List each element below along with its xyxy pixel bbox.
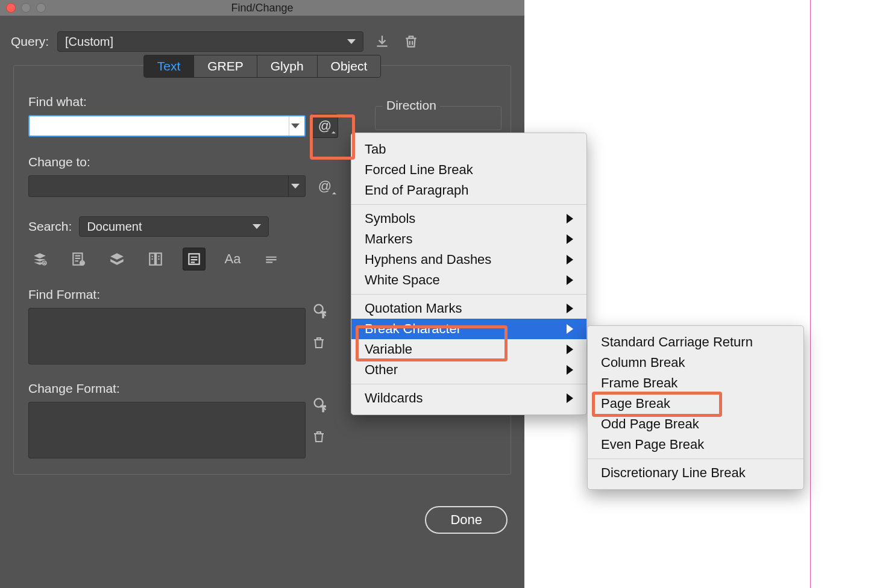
document-canvas-edge xyxy=(810,0,880,588)
query-select-value: [Custom] xyxy=(65,35,113,49)
zoom-icon[interactable] xyxy=(36,3,46,13)
submenu-item-discretionary-line-break[interactable]: Discretionary Line Break xyxy=(588,463,803,483)
submenu-item-page-break[interactable]: Page Break xyxy=(588,393,803,414)
svg-rect-4 xyxy=(81,262,83,264)
tab-text[interactable]: Text xyxy=(144,55,195,77)
menu-item-hyphens[interactable]: Hyphens and Dashes xyxy=(351,249,586,270)
mode-tabs: Text GREP Glyph Object xyxy=(28,55,496,78)
menu-item-forced-line-break[interactable]: Forced Line Break xyxy=(351,160,586,180)
whole-word-icon[interactable] xyxy=(260,248,283,271)
menu-item-symbols[interactable]: Symbols xyxy=(351,208,586,229)
menu-item-quotation-marks[interactable]: Quotation Marks xyxy=(351,298,586,319)
svg-rect-1 xyxy=(43,262,45,264)
menu-separator xyxy=(351,384,586,384)
locked-layers-icon[interactable] xyxy=(28,248,51,271)
break-character-submenu: Standard Carriage Return Column Break Fr… xyxy=(587,325,804,490)
svg-text:T: T xyxy=(321,404,325,413)
find-special-character-button[interactable]: @ xyxy=(312,114,338,138)
submenu-item-frame-break[interactable]: Frame Break xyxy=(588,373,803,393)
master-pages-icon[interactable] xyxy=(144,248,167,271)
titlebar: Find/Change xyxy=(0,0,524,16)
clear-change-format-button[interactable] xyxy=(312,430,328,446)
special-character-menu: Tab Forced Line Break End of Paragraph S… xyxy=(351,133,587,415)
menu-item-white-space[interactable]: White Space xyxy=(351,270,586,290)
clear-find-format-button[interactable] xyxy=(312,336,328,352)
menu-item-wildcards[interactable]: Wildcards xyxy=(351,388,586,408)
search-scope-select[interactable]: Document xyxy=(79,216,269,237)
find-what-history-dropdown[interactable] xyxy=(289,116,301,136)
change-to-history-dropdown[interactable] xyxy=(288,176,301,196)
menu-item-variable[interactable]: Variable xyxy=(351,339,586,360)
change-format-box[interactable] xyxy=(28,402,306,458)
tab-grep[interactable]: GREP xyxy=(194,55,257,77)
specify-find-format-button[interactable]: T xyxy=(312,302,328,321)
close-icon[interactable] xyxy=(6,3,16,13)
direction-fieldset: Direction xyxy=(375,106,501,130)
done-button[interactable]: Done xyxy=(425,506,508,534)
menu-separator xyxy=(351,204,586,205)
change-to-input[interactable] xyxy=(28,175,306,197)
minimize-icon[interactable] xyxy=(21,3,31,13)
window-title: Find/Change xyxy=(231,2,293,14)
delete-query-button[interactable] xyxy=(401,31,421,52)
submenu-item-odd-page-break[interactable]: Odd Page Break xyxy=(588,414,803,434)
footnotes-icon[interactable] xyxy=(183,248,206,271)
menu-separator xyxy=(351,294,586,295)
tab-object[interactable]: Object xyxy=(318,55,381,77)
submenu-item-standard-carriage-return[interactable]: Standard Carriage Return xyxy=(588,332,803,352)
query-select[interactable]: [Custom] xyxy=(57,31,363,52)
query-label: Query: xyxy=(11,34,49,49)
save-query-button[interactable] xyxy=(372,31,392,52)
menu-item-markers[interactable]: Markers xyxy=(351,229,586,249)
chevron-down-icon xyxy=(347,39,356,44)
case-sensitive-icon[interactable]: Aa xyxy=(221,248,244,271)
direction-label: Direction xyxy=(383,98,440,113)
find-what-input[interactable] xyxy=(28,115,306,137)
change-special-character-button[interactable]: @ xyxy=(312,174,338,198)
submenu-item-column-break[interactable]: Column Break xyxy=(588,352,803,373)
menu-item-end-of-paragraph[interactable]: End of Paragraph xyxy=(351,180,586,201)
search-scope-value: Document xyxy=(87,220,142,234)
window-controls xyxy=(6,3,46,13)
svg-text:T: T xyxy=(321,310,325,319)
menu-item-other[interactable]: Other xyxy=(351,360,586,380)
menu-separator xyxy=(588,458,803,459)
specify-change-format-button[interactable]: T xyxy=(312,396,328,415)
search-label: Search: xyxy=(28,219,72,234)
hidden-layers-icon[interactable] xyxy=(105,248,128,271)
menu-item-break-character[interactable]: Break Character xyxy=(351,319,586,339)
find-format-box[interactable] xyxy=(28,308,306,364)
tab-glyph[interactable]: Glyph xyxy=(257,55,318,77)
chevron-down-icon xyxy=(253,224,261,229)
submenu-item-even-page-break[interactable]: Even Page Break xyxy=(588,434,803,455)
menu-item-tab[interactable]: Tab xyxy=(351,139,586,160)
locked-stories-icon[interactable] xyxy=(67,248,90,271)
